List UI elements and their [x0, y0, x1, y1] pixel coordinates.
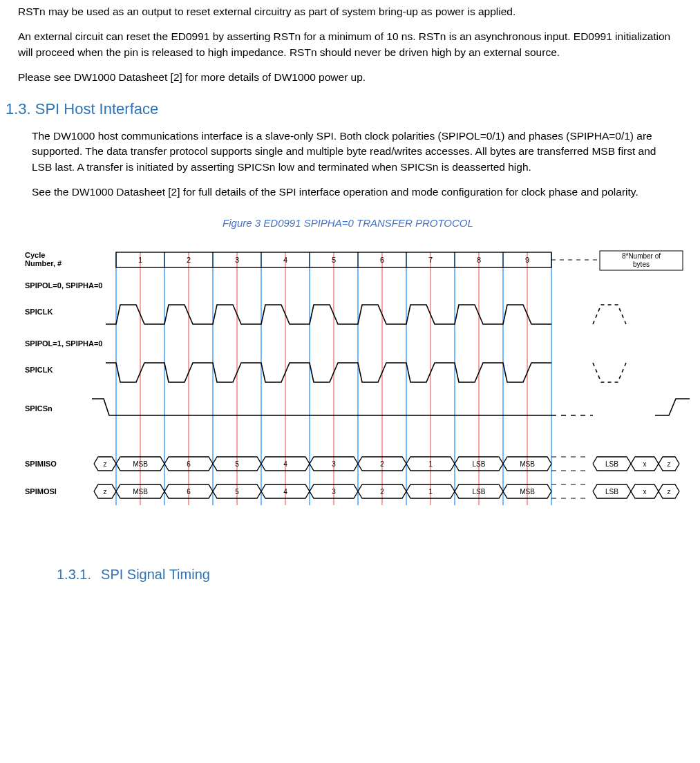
svg-text:SPICLK: SPICLK: [25, 308, 53, 316]
svg-text:6: 6: [187, 488, 191, 496]
svg-text:4: 4: [283, 488, 287, 496]
figure-caption: Figure 3 ED0991 SPIPHA=0 TRANSFER PROTOC…: [6, 216, 690, 231]
svg-text:3: 3: [332, 460, 336, 468]
svg-text:8: 8: [477, 256, 481, 264]
svg-text:MSB: MSB: [520, 488, 535, 496]
svg-text:z: z: [104, 460, 107, 468]
section-number: 1.3.: [6, 98, 31, 120]
svg-text:4: 4: [283, 460, 287, 468]
svg-text:8*Number of: 8*Number of: [622, 252, 661, 260]
svg-text:LSB: LSB: [473, 488, 486, 496]
svg-text:SPICSn: SPICSn: [25, 404, 53, 413]
svg-text:6: 6: [187, 460, 191, 468]
subsection-heading: 1.3.1. SPI Signal Timing: [57, 565, 690, 585]
svg-text:5: 5: [235, 488, 239, 496]
paragraph: See the DW1000 Datasheet [2] for full de…: [32, 185, 668, 200]
svg-text:SPIPOL=1, SPIPHA=0: SPIPOL=1, SPIPHA=0: [25, 339, 103, 348]
svg-text:SPICLK: SPICLK: [25, 366, 53, 374]
svg-text:LSB: LSB: [605, 488, 618, 496]
paragraph: The DW1000 host communications interface…: [32, 129, 668, 175]
svg-text:LSB: LSB: [605, 460, 618, 468]
svg-text:2: 2: [380, 488, 384, 496]
svg-text:3: 3: [332, 488, 336, 496]
svg-text:2: 2: [187, 256, 191, 264]
paragraph: An external circuit can reset the ED0991…: [18, 29, 688, 60]
svg-text:SPIPOL=0, SPIPHA=0: SPIPOL=0, SPIPHA=0: [25, 281, 103, 290]
svg-text:MSB: MSB: [520, 460, 535, 468]
svg-text:Number, #: Number, #: [25, 259, 62, 267]
svg-text:5: 5: [235, 460, 239, 468]
paragraph: RSTn may be used as an output to reset e…: [18, 4, 688, 19]
svg-text:bytes: bytes: [633, 261, 650, 268]
svg-text:3: 3: [235, 256, 239, 264]
svg-text:z: z: [668, 460, 671, 468]
svg-text:Cycle: Cycle: [25, 251, 45, 259]
svg-text:6: 6: [380, 256, 384, 264]
subsection-title: SPI Signal Timing: [101, 565, 210, 585]
svg-text:SPIMOSI: SPIMOSI: [25, 487, 57, 496]
svg-text:7: 7: [428, 256, 433, 264]
svg-text:5: 5: [332, 256, 336, 264]
svg-text:SPIMISO: SPIMISO: [25, 460, 57, 468]
svg-text:x: x: [643, 460, 647, 468]
svg-text:1: 1: [138, 256, 142, 264]
svg-text:1: 1: [428, 460, 433, 468]
svg-text:x: x: [643, 488, 647, 496]
svg-text:LSB: LSB: [473, 460, 486, 468]
svg-text:9: 9: [525, 256, 529, 264]
svg-text:1: 1: [428, 488, 433, 496]
svg-text:MSB: MSB: [133, 460, 148, 468]
svg-text:2: 2: [380, 460, 384, 468]
section-heading: 1.3. SPI Host Interface: [6, 98, 690, 120]
svg-text:z: z: [104, 488, 107, 496]
section-title: SPI Host Interface: [35, 98, 159, 120]
svg-text:4: 4: [283, 256, 287, 264]
svg-text:MSB: MSB: [133, 488, 148, 496]
subsection-number: 1.3.1.: [57, 565, 91, 585]
svg-text:z: z: [668, 488, 671, 496]
timing-diagram: CycleNumber, #1234567898*Number ofbytesS…: [19, 243, 690, 540]
paragraph: Please see DW1000 Datasheet [2] for more…: [18, 70, 688, 85]
